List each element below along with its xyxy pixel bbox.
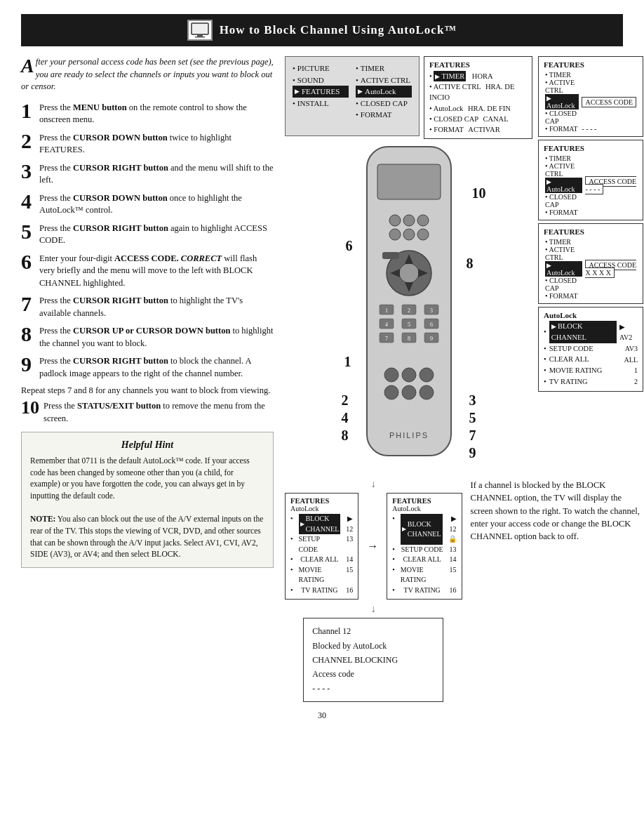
step-num-3: 3 xyxy=(21,161,34,182)
svg-text:9: 9 xyxy=(430,336,433,342)
cpr-tv: TV RATING 16 xyxy=(392,585,456,596)
step-text-10: Press the STATUS/EXIT button to remove t… xyxy=(43,400,274,425)
cpl-v5: 16 xyxy=(346,585,353,596)
step-8: 8 Press the CURSOR UP or CURSOR DOWN but… xyxy=(21,325,274,350)
svg-rect-0 xyxy=(192,23,208,34)
step-text-5: Press the CURSOR RIGHT button again to h… xyxy=(39,223,274,247)
svg-point-10 xyxy=(417,229,429,240)
fp1-autolock: AutoLock HRA. DE FIN xyxy=(429,103,527,114)
cpl-clear: CLEAR ALL 14 xyxy=(290,555,353,565)
step-text-1: Press the MENU button on the remote cont… xyxy=(39,102,274,126)
step-9: 9 Press the CURSOR RIGHT button to block… xyxy=(21,355,274,380)
svg-text:PHILIPS: PHILIPS xyxy=(389,431,428,439)
menu-item-format: FORMAT xyxy=(356,109,412,121)
al-ca-val: ALL xyxy=(624,355,638,365)
step-4: 4 Press the CURSOR DOWN button once to h… xyxy=(21,192,274,217)
step-7: 7 Press the CURSOR RIGHT button to highl… xyxy=(21,295,274,319)
cpl-v4: 15 xyxy=(346,565,353,585)
channel-panel-left: FEATURES AutoLock BLOCK CHANNEL▶ 12 SETU… xyxy=(285,493,358,600)
svg-point-38 xyxy=(420,368,434,382)
svg-rect-2 xyxy=(195,37,205,38)
step-text-7: Press the CURSOR RIGHT button to highlig… xyxy=(39,295,274,319)
cb-line2: Blocked by AutoLock xyxy=(312,639,434,653)
al-block-channel: BLOCK CHANNEL▶ AV2 xyxy=(544,321,638,343)
remote-control: 1 2 3 4 5 6 7 8 9 xyxy=(339,143,479,469)
step-3: 3 Press the CURSOR RIGHT button and the … xyxy=(21,162,274,187)
fp2-title: FEATURES xyxy=(544,60,638,69)
cpr-block: BLOCK CHANNEL▶ 12 🔒 xyxy=(392,514,456,545)
step-num-4: 4 xyxy=(21,191,34,212)
step-num-2: 2 xyxy=(21,131,34,152)
svg-point-36 xyxy=(384,368,398,382)
cpr-v3: 14 xyxy=(450,555,457,565)
svg-text:5: 5 xyxy=(408,322,410,328)
fp1-title: FEATURES xyxy=(429,60,527,69)
cpl-block-label: BLOCK CHANNEL xyxy=(299,514,341,534)
step-num-6: 6 xyxy=(21,251,34,272)
fp3-title: FEATURES xyxy=(544,144,638,152)
fp3-autolock: AutoLock xyxy=(545,178,582,193)
al-block-channel-label: BLOCK CHANNEL xyxy=(549,321,617,343)
menu-item-features: FEATURES xyxy=(293,86,349,98)
main-layout: A fter your personal access code has bee… xyxy=(21,56,623,702)
hint-body: Remember that 0711 is the default AutoLo… xyxy=(30,455,264,560)
hint-title: Helpful Hint xyxy=(30,439,264,451)
fp1-format: FORMAT ACTIVAR xyxy=(429,124,527,135)
cpr-title: FEATURES xyxy=(392,497,456,505)
menu-item-sound: SOUND xyxy=(293,74,349,86)
menu-col1: PICTURE SOUND FEATURES INSTALL xyxy=(293,62,349,130)
step-text-2: Press the CURSOR DOWN button twice to hi… xyxy=(39,132,274,157)
svg-point-6 xyxy=(403,215,415,226)
al-tv-rating: TV RATING 2 xyxy=(544,376,638,388)
title-bar: How to Block Channel Using AutoLock™ xyxy=(21,14,623,46)
page-title: How to Block Channel Using AutoLock™ xyxy=(220,23,457,37)
channel-panels-row: FEATURES AutoLock BLOCK CHANNEL▶ 12 SETU… xyxy=(285,493,462,600)
svg-point-37 xyxy=(402,368,416,382)
features-panel-2: FEATURES • TIMER • ACTIVE CTRL AutoLockA… xyxy=(538,56,643,137)
fp2-dashes: - - - - xyxy=(582,125,596,133)
bottom-left: ↓ FEATURES AutoLock BLOCK CHANNEL▶ 12 SE… xyxy=(285,479,462,702)
svg-text:1: 1 xyxy=(385,307,388,314)
left-column: A fter your personal access code has bee… xyxy=(21,56,274,702)
svg-point-7 xyxy=(417,215,429,226)
blocked-description: If a channel is blocked by the BLOCK CHA… xyxy=(471,480,640,541)
fp2-autolock: AutoLock xyxy=(545,94,579,110)
hint-box: Helpful Hint Remember that 0711 is the d… xyxy=(21,432,274,568)
svg-point-39 xyxy=(384,385,398,399)
main-menu-preview: PICTURE SOUND FEATURES INSTALL TIMER ACT… xyxy=(285,56,420,136)
svg-point-40 xyxy=(402,385,416,399)
svg-text:6: 6 xyxy=(430,322,433,328)
svg-point-8 xyxy=(389,229,401,240)
repeat-text: Repeat steps 7 and 8 for any channels yo… xyxy=(21,385,274,396)
svg-text:4: 4 xyxy=(385,322,388,328)
right-column: PICTURE SOUND FEATURES INSTALL TIMER ACT… xyxy=(285,56,643,702)
intro-body: fter your personal access code has been … xyxy=(21,57,274,91)
menu-item-closed-cap: CLOSED CAP xyxy=(356,98,412,110)
al-setup-code: SETUP CODE AV3 xyxy=(544,343,638,355)
arrow-right: → xyxy=(364,493,381,600)
cpl-setup: SETUP CODE 13 xyxy=(290,534,353,555)
al-sc-val: AV3 xyxy=(625,343,638,354)
al-movie-rating: MOVIE RATING 1 xyxy=(544,365,638,376)
svg-text:3: 3 xyxy=(430,307,433,314)
step-text-4: Press the CURSOR DOWN button once to hig… xyxy=(39,192,274,217)
menu-item-active-ctrl: ACTIVE CTRL xyxy=(356,74,412,86)
features-panel-3: FEATURES • TIMER • ACTIVE CTRL AutoLockA… xyxy=(538,140,643,220)
fp4-title: FEATURES xyxy=(544,227,638,236)
cpl-title: FEATURES xyxy=(290,497,353,505)
cpl-movie: MOVIE RATING 15 xyxy=(290,565,353,585)
channel-panel-right: FEATURES AutoLock BLOCK CHANNEL▶ 12 🔒 SE… xyxy=(387,493,462,600)
bottom-right: If a channel is blocked by the BLOCK CHA… xyxy=(471,479,643,702)
cpr-clear: CLEAR ALL 14 xyxy=(392,555,456,565)
cpr-setup: SETUP CODE 13 xyxy=(392,545,456,555)
cpl-tv: TV RATING 16 xyxy=(290,585,353,596)
fp4-autolock: AutoLock xyxy=(545,261,582,277)
step-num-5: 5 xyxy=(21,221,34,242)
fp1-closed-cap: CLOSED CAP CANAL xyxy=(429,114,527,124)
svg-text:2: 2 xyxy=(408,307,410,314)
step-10: 10 Press the STATUS/EXIT button to remov… xyxy=(21,400,274,425)
step-6: 6 Enter your four-digit ACCESS CODE. COR… xyxy=(21,253,274,290)
step-num-1: 1 xyxy=(21,100,34,121)
al-title: AutoLock xyxy=(544,311,638,319)
svg-rect-17 xyxy=(382,252,399,259)
